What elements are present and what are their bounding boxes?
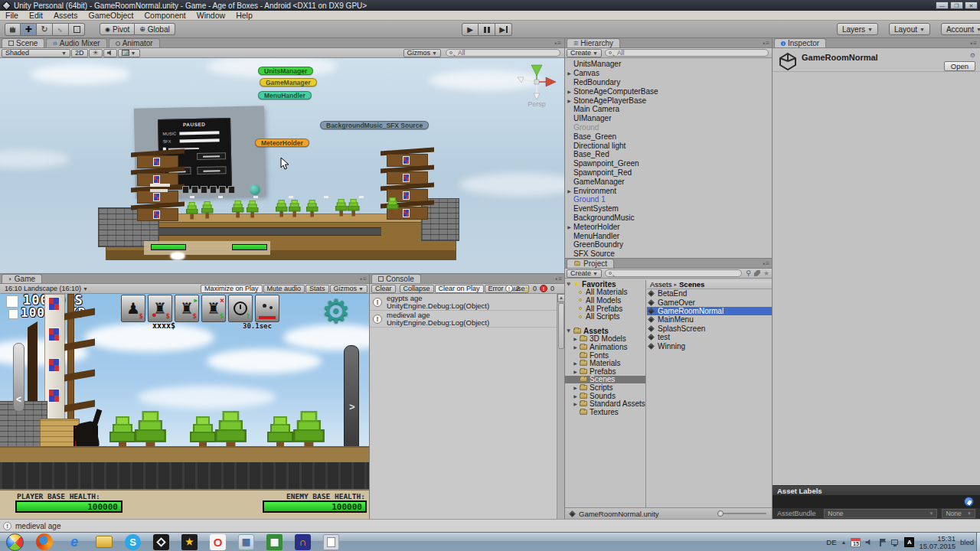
assets-root[interactable]: ▶Assets (565, 327, 645, 335)
project-file-splashscreen[interactable]: SplashScreen (647, 324, 773, 333)
project-folder-prefabs[interactable]: ▶Prefabs (565, 367, 645, 376)
rect-tool-button[interactable] (69, 23, 85, 36)
breadcrumb-current[interactable]: Scenes (679, 280, 704, 289)
project-file-gameover[interactable]: GameOver (647, 298, 773, 306)
tab-inspector[interactable]: iInspector (774, 38, 826, 47)
hierarchy-item-stoneageplayerbase[interactable]: ▶StoneAgePlayerBase (565, 96, 773, 105)
expand-arrow-icon[interactable]: ▶ (571, 360, 580, 366)
taskbar-icon-firefox[interactable] (36, 533, 53, 550)
thumbnail-slider-knob[interactable] (717, 510, 724, 517)
gizmos-dropdown[interactable]: Gizmos▼ (403, 49, 441, 57)
step-button[interactable]: ▶ (495, 23, 512, 36)
hierarchy-create-dropdown[interactable]: Create▼ (567, 49, 602, 57)
expand-arrow-icon[interactable]: ▶ (571, 344, 580, 350)
assetbundle-variant-dropdown[interactable]: None▼ (942, 509, 975, 518)
taskbar-icon-file-explorer[interactable] (96, 536, 113, 548)
favorite-item-all-models[interactable]: All Models (565, 296, 645, 305)
sell-tower-button[interactable]: ♜×$ (201, 295, 226, 322)
scene-label-menuhandler[interactable]: MenuHandler (258, 91, 312, 99)
taskbar-icon-internet-explorer[interactable]: e (65, 533, 83, 551)
taskbar-icon-audio-player[interactable]: ∩ (295, 534, 311, 550)
calendar-tray-icon[interactable]: 15 (851, 538, 861, 547)
project-folder-3d-models[interactable]: ▶3D Models (565, 335, 645, 344)
project-search-input[interactable] (605, 269, 742, 277)
taskbar-icon-media-player[interactable]: ★ (181, 534, 198, 550)
maximize-on-play-button[interactable]: Maximize on Play (201, 285, 263, 293)
settings-gear-icon[interactable]: ⚙ (322, 295, 351, 328)
effects-dropdown[interactable]: ▼ (118, 49, 140, 57)
inspector-options-icon[interactable]: ⚙ (970, 52, 975, 59)
tab-console[interactable]: Console (371, 274, 421, 283)
project-folder-scripts[interactable]: ▶Scripts (565, 383, 645, 392)
stats-button[interactable]: Stats (305, 285, 329, 293)
hierarchy-item-gamemanager[interactable]: GameManager (565, 177, 773, 186)
clear-button[interactable]: Clear (371, 285, 396, 293)
scene-label-meteorholder[interactable]: MeteorHolder (255, 139, 309, 147)
hierarchy-item-canvas[interactable]: ▶Canvas (565, 69, 773, 78)
project-folder-scenes[interactable]: Scenes (565, 376, 645, 384)
music-slider[interactable] (179, 131, 219, 135)
console-log-entry[interactable]: !medieval ageUnityEngine.Debug:Log(Objec… (370, 311, 557, 328)
hierarchy-item-directional-light[interactable]: Directional light (565, 141, 773, 150)
taskbar-icon-opera[interactable]: O (210, 534, 226, 550)
clock[interactable]: 15:31 15.07.2015 (919, 535, 956, 550)
asset-labels-header[interactable]: Asset Labels (773, 485, 980, 495)
rotate-tool-button[interactable]: ↻ (37, 23, 53, 36)
panel-menu-icon[interactable]: ▪≡ (763, 260, 770, 267)
menu-item-component[interactable]: Component (139, 11, 191, 20)
taskbar-icon-skype[interactable]: S (125, 534, 141, 550)
expand-arrow-icon[interactable]: ▶ (567, 327, 572, 335)
expand-arrow-icon[interactable]: ▶ (565, 224, 573, 230)
pause-button[interactable] (479, 23, 495, 36)
label-icon[interactable] (754, 270, 760, 276)
pause-menu-button[interactable] (197, 152, 226, 160)
scene-lighting-button[interactable]: ☀ (89, 49, 103, 57)
project-file-test[interactable]: test (647, 333, 773, 341)
favorite-star-icon[interactable]: ★ (763, 269, 769, 277)
scroll-up-icon[interactable]: ▲ (557, 294, 565, 302)
console-log-entry[interactable]: !egypts ageUnityEngine.Debug:Log(Object) (370, 294, 557, 311)
sfx-slider[interactable] (180, 139, 220, 142)
menu-item-edit[interactable]: Edit (24, 11, 48, 20)
project-file-betaend[interactable]: BetaEnd (647, 289, 773, 298)
menu-item-help[interactable]: Help (230, 11, 258, 20)
favorite-item-all-scripts[interactable]: All Scripts (565, 312, 645, 321)
panel-menu-icon[interactable]: ▪≡ (554, 40, 562, 47)
language-indicator[interactable]: DE (826, 538, 836, 546)
meteor-ability-button[interactable] (255, 295, 279, 322)
upgrade-tower-button[interactable]: ♜▶$ (175, 295, 199, 322)
global-toggle-button[interactable]: ⊕Global (135, 23, 175, 35)
scene-label-unitsmanager[interactable]: UnitsManager (258, 67, 313, 75)
scroll-left-bar[interactable]: < (13, 343, 24, 412)
mute-audio-button[interactable]: Mute audio (263, 285, 305, 293)
project-create-dropdown[interactable]: Create▼ (567, 269, 602, 278)
play-button[interactable]: ▶ (462, 23, 479, 36)
hierarchy-item-stoneagecomputerbase[interactable]: ▶StoneAgeComputerBase (565, 86, 773, 96)
scene-viewport[interactable]: PAUSED MUSIC SFX (0, 58, 564, 274)
hierarchy-item-ground-1[interactable]: Ground 1 (565, 195, 773, 204)
volume-tray-icon[interactable] (865, 539, 874, 546)
layers-dropdown[interactable]: Layers▼ (837, 23, 878, 35)
taskbar-icon-start[interactable] (6, 533, 24, 551)
aspect-dropdown[interactable]: 16:10 Landscape (16:10)▼ (2, 285, 91, 293)
project-folder-standard-assets[interactable]: ▶Standard Assets (565, 399, 645, 408)
taskbar-icon-calculator[interactable]: ▦ (238, 534, 254, 550)
hierarchy-item-spawnpoint-green[interactable]: Spawnpoint_Green (565, 159, 773, 168)
panel-menu-icon[interactable]: ▪≡ (555, 276, 563, 282)
hierarchy-item-base-green[interactable]: Base_Green (565, 132, 773, 141)
tab-project[interactable]: Project (567, 259, 614, 268)
show-desktop-button[interactable] (976, 533, 980, 551)
hierarchy-item-unitsmanager[interactable]: UnitsManager (565, 60, 773, 69)
breadcrumb-root[interactable]: Assets (650, 280, 672, 289)
expand-arrow-icon[interactable]: ▶ (571, 401, 580, 406)
hierarchy-item-meteorholder[interactable]: ▶MeteorHolder (565, 222, 773, 231)
age-timer-button[interactable]: ↑ (228, 295, 253, 322)
expand-arrow-icon[interactable]: ▶ (571, 336, 580, 341)
open-asset-icon[interactable]: ⚲ (746, 269, 751, 277)
collapse-button[interactable]: Collapse (400, 285, 434, 293)
hierarchy-item-environment[interactable]: ▶Environment (565, 186, 773, 195)
buy-pawn-unit-button[interactable]: ♟$ (121, 295, 145, 322)
favorite-item-all-materials[interactable]: All Materials (565, 289, 645, 297)
buy-tower-unit-button[interactable]: ♜●$ (148, 295, 172, 322)
hierarchy-item-main-camera[interactable]: Main Camera (565, 105, 773, 114)
